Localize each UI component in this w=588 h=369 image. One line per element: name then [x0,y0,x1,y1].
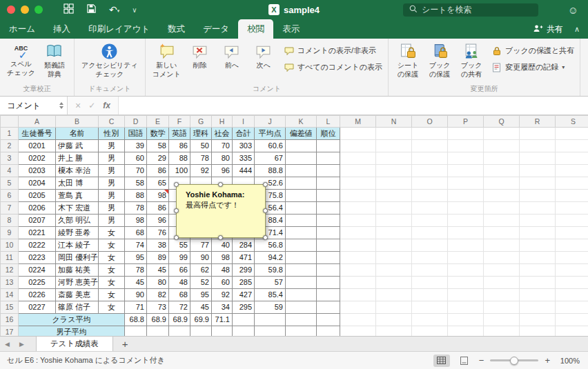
cell-O15[interactable] [412,301,448,314]
cell-R9[interactable] [520,227,556,239]
cell-G14[interactable]: 95 [190,289,212,301]
cell-M9[interactable] [340,227,376,239]
cell-H16[interactable]: 71.1 [212,314,233,326]
ribbon-grid-icon[interactable] [63,3,74,17]
cell-S17[interactable] [556,326,588,337]
cell-H4[interactable]: 96 [212,165,233,177]
cell-M6[interactable] [340,190,376,202]
cell-K5[interactable] [286,177,317,190]
cell-K15[interactable] [286,301,317,314]
share-button[interactable]: 共有 [532,19,574,39]
cell-L10[interactable] [317,239,340,252]
cell-A10[interactable]: 0222 [19,239,56,252]
cell-P1[interactable] [448,128,484,140]
cell-M14[interactable] [340,289,376,301]
cell-C7[interactable]: 男 [99,202,125,215]
cell-Q3[interactable] [484,152,520,165]
col-header-S[interactable]: S [556,116,588,128]
sheet-tab-active[interactable]: テスト成績表 [36,337,113,351]
col-header-Q[interactable]: Q [484,116,520,128]
cell-O14[interactable] [412,289,448,301]
cell-N14[interactable] [376,289,412,301]
cell-R6[interactable] [520,190,556,202]
cell-N4[interactable] [376,165,412,177]
cell-M8[interactable] [340,215,376,227]
cell-C13[interactable]: 女 [99,277,125,289]
cell-K9[interactable] [286,227,317,239]
cell-E14[interactable]: 82 [147,289,169,301]
cell-G2[interactable]: 50 [190,140,212,152]
cell-G3[interactable]: 78 [190,152,212,165]
cell-P13[interactable] [448,277,484,289]
cell-G12[interactable]: 62 [190,264,212,277]
cell-N2[interactable] [376,140,412,152]
cell-A4[interactable]: 0203 [19,165,56,177]
cell-E9[interactable]: 76 [147,227,169,239]
resize-handle-s[interactable] [218,235,223,240]
cell-K17[interactable] [286,326,317,337]
cell-G17[interactable] [190,326,212,337]
cell-J4[interactable]: 88.8 [255,165,286,177]
cell-B7[interactable]: 木下 宏道 [56,202,99,215]
cell-I10[interactable]: 284 [233,239,255,252]
resize-handle-w[interactable] [174,208,179,213]
cell-N16[interactable] [376,314,412,326]
cell-K12[interactable] [286,264,317,277]
cell-E13[interactable]: 80 [147,277,169,289]
cell-D4[interactable]: 70 [125,165,147,177]
cell-R11[interactable] [520,252,556,264]
spell-check-button[interactable]: ABC✓スペルチェック [4,41,38,79]
cell-A17[interactable]: 男子平均 [19,326,125,337]
cell-O5[interactable] [412,177,448,190]
cell-O12[interactable] [412,264,448,277]
cell-O4[interactable] [412,165,448,177]
feedback-smiley-icon[interactable]: ☺ [568,4,578,16]
cell-E10[interactable]: 38 [147,239,169,252]
cell-R1[interactable] [520,128,556,140]
cell-S11[interactable] [556,252,588,264]
cell-R2[interactable] [520,140,556,152]
cell-N13[interactable] [376,277,412,289]
cell-A12[interactable]: 0224 [19,264,56,277]
col-header-E[interactable]: E [147,116,169,128]
cell-K6[interactable] [286,190,317,202]
row-header-8[interactable]: 8 [1,215,19,227]
col-header-J[interactable]: J [255,116,286,128]
cell-R7[interactable] [520,202,556,215]
cell-D10[interactable]: 74 [125,239,147,252]
cell-L15[interactable] [317,301,340,314]
cell-D3[interactable]: 60 [125,152,147,165]
col-header-G[interactable]: G [190,116,212,128]
zoom-slider-thumb[interactable] [510,357,518,365]
cell-D16[interactable]: 68.8 [125,314,147,326]
cell-P6[interactable] [448,190,484,202]
cell-M17[interactable] [340,326,376,337]
row-header-13[interactable]: 13 [1,277,19,289]
resize-handle-ne[interactable] [263,182,268,187]
cell-C12[interactable]: 女 [99,264,125,277]
cell-F17[interactable] [169,326,190,337]
cell-Q15[interactable] [484,301,520,314]
resize-handle-sw[interactable] [174,235,179,240]
cell-S9[interactable] [556,227,588,239]
cell-S13[interactable] [556,277,588,289]
cell-C5[interactable]: 男 [99,177,125,190]
cell-F4[interactable]: 100 [169,165,190,177]
fullscreen-window-button[interactable] [35,6,43,14]
col-header-K[interactable]: K [286,116,317,128]
cell-Q1[interactable] [484,128,520,140]
cell-N10[interactable] [376,239,412,252]
cell-M4[interactable] [340,165,376,177]
previous-comment-button[interactable]: 前へ [217,41,247,72]
cell-M10[interactable] [340,239,376,252]
cell-C10[interactable]: 女 [99,239,125,252]
cell-K2[interactable] [286,140,317,152]
cell-B6[interactable]: 萱島 真 [56,190,99,202]
cell-L4[interactable] [317,165,340,177]
close-window-button[interactable] [7,6,15,14]
row-header-3[interactable]: 3 [1,152,19,165]
tab-data[interactable]: データ [194,19,238,39]
cell-A16[interactable]: クラス平均 [19,314,125,326]
cell-D13[interactable]: 45 [125,277,147,289]
cell-K16[interactable] [286,314,317,326]
